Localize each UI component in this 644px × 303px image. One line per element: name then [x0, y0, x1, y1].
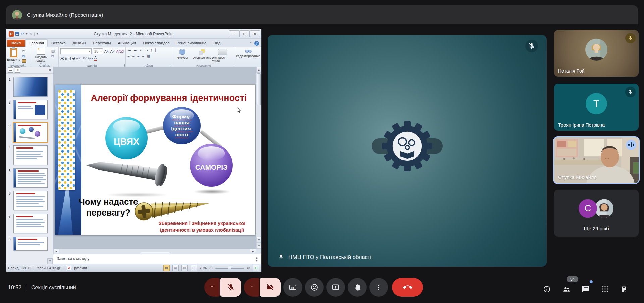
tab-design[interactable]: Дизайн: [69, 40, 89, 47]
panel-scroll-down-icon[interactable]: ▼: [47, 258, 53, 264]
horizontal-scrollbar[interactable]: ◄ ►: [53, 249, 256, 254]
tab-slideshow[interactable]: Показ слайдов: [140, 40, 173, 47]
save-icon[interactable]: [15, 32, 19, 36]
notes-scroll-icons[interactable]: ▲▼: [255, 256, 258, 262]
slide-sorter-icon[interactable]: ⊞: [172, 265, 179, 271]
tab-home[interactable]: Главная: [25, 39, 48, 47]
align-center-icon[interactable]: ≡: [132, 54, 135, 58]
tab-insert[interactable]: Вставка: [48, 40, 69, 47]
align-left-icon[interactable]: ≡: [127, 54, 129, 58]
shared-screen-powerpoint[interactable]: P ↶ ▾ ↻ | ▾ Ступка М. Ідентич. 2 - Micro…: [6, 29, 262, 272]
normal-view-icon[interactable]: ▤: [163, 265, 170, 271]
end-call-button[interactable]: [392, 278, 423, 297]
tab-review[interactable]: Рецензирование: [173, 40, 210, 47]
scroll-up-icon[interactable]: ▲: [256, 67, 261, 73]
undo-dropdown-icon[interactable]: ▾: [26, 32, 27, 35]
justify-icon[interactable]: ≡: [142, 54, 144, 58]
grow-font-icon[interactable]: A˄: [104, 50, 109, 53]
participant-tile-overflow[interactable]: С Ще 29 осіб: [554, 190, 639, 237]
chat-button[interactable]: [581, 284, 590, 294]
fit-to-window-icon[interactable]: ⊡: [253, 265, 259, 271]
tab-transitions[interactable]: Переходы: [89, 40, 114, 47]
new-slide-button[interactable]: Создать слайд▾: [32, 48, 50, 65]
activities-button[interactable]: [600, 284, 610, 294]
slide-canvas[interactable]: Алегорії формування ідентичності ЦВЯХ Фо…: [55, 85, 255, 235]
slide-thumbnail-2[interactable]: 2: [13, 100, 48, 119]
slide-thumbnail-4[interactable]: 4: [13, 145, 48, 165]
paste-button[interactable]: Вставить▾: [7, 48, 20, 64]
text-shadow-icon[interactable]: abc: [76, 57, 81, 60]
bullets-icon[interactable]: ≔: [127, 48, 131, 52]
clear-formatting-icon[interactable]: A⌫: [116, 50, 124, 53]
slide-thumbnail-6[interactable]: 6: [13, 191, 48, 210]
previous-slide-icon[interactable]: ≪: [256, 237, 261, 243]
slide-thumbnail-3-selected[interactable]: 3: [13, 123, 48, 142]
present-button[interactable]: [326, 278, 345, 297]
scroll-right-icon[interactable]: ►: [250, 249, 256, 254]
undo-icon[interactable]: ↶: [21, 32, 24, 36]
minimize-button[interactable]: –: [229, 30, 239, 37]
shapes-button[interactable]: Фигуры: [173, 49, 193, 63]
slides-tab-icon[interactable]: ▬: [8, 67, 13, 73]
outline-tab-icon[interactable]: ≣: [15, 67, 20, 73]
numbering-icon[interactable]: ≕: [133, 48, 137, 52]
mic-options-button[interactable]: ⌃: [204, 278, 220, 297]
quick-styles-button[interactable]: Экспресс-стили: [212, 49, 234, 63]
copy-icon[interactable]: ⧉: [22, 54, 26, 58]
slide-layout-icon[interactable]: ▤: [51, 49, 55, 53]
slide-thumbnail-5[interactable]: 5: [13, 168, 48, 188]
font-color-icon[interactable]: А: [94, 56, 97, 61]
cut-icon[interactable]: ✂: [22, 49, 26, 53]
ppt-titlebar[interactable]: P ↶ ▾ ↻ | ▾ Ступка М. Ідентич. 2 - Micro…: [6, 29, 261, 39]
reactions-button[interactable]: [305, 278, 324, 297]
change-case-icon[interactable]: Aa▾: [88, 57, 93, 60]
minimize-ribbon-icon[interactable]: ⌃: [249, 42, 252, 45]
tab-file[interactable]: Файл: [7, 40, 25, 47]
zoom-in-icon[interactable]: ⊕: [247, 266, 250, 270]
slide-thumbnail-1[interactable]: 1: [13, 77, 48, 97]
reading-view-icon[interactable]: ▥: [181, 265, 188, 271]
italic-icon[interactable]: К: [65, 57, 67, 60]
underline-icon[interactable]: Ч: [69, 57, 71, 60]
panel-close-icon[interactable]: ✕: [48, 68, 51, 72]
qat-customize-icon[interactable]: ▾: [37, 32, 38, 35]
tab-animations[interactable]: Анимация: [114, 40, 139, 47]
strikethrough-icon[interactable]: S: [72, 57, 75, 60]
shrink-font-icon[interactable]: A˅: [110, 50, 115, 53]
participant-tile-stupka-video[interactable]: Ступка Михайло: [553, 136, 640, 184]
char-spacing-icon[interactable]: AV: [83, 57, 86, 60]
show-participants-button[interactable]: [561, 284, 571, 294]
more-options-button[interactable]: [369, 278, 388, 297]
zoom-out-icon[interactable]: ⊖: [209, 266, 213, 270]
maximize-button[interactable]: ▢: [239, 30, 250, 37]
spellcheck-icon[interactable]: ✗: [67, 266, 71, 270]
raise-hand-button[interactable]: [348, 278, 367, 297]
camera-options-button[interactable]: ⌃: [244, 278, 259, 297]
participant-tile-troyan[interactable]: Т Троян Ірина Петрівна: [554, 84, 639, 131]
align-right-icon[interactable]: ≡: [137, 54, 139, 58]
close-button[interactable]: ✕: [250, 30, 260, 37]
format-painter-icon[interactable]: [22, 59, 26, 63]
vertical-scrollbar[interactable]: ▲ ≪ ≫: [256, 67, 261, 249]
redo-icon[interactable]: ↻: [29, 32, 32, 36]
next-slide-icon[interactable]: ≫: [256, 243, 261, 249]
scroll-left-icon[interactable]: ◄: [53, 249, 59, 254]
host-controls-button[interactable]: [619, 284, 629, 294]
line-spacing-icon[interactable]: ↕: [151, 48, 153, 52]
bold-icon[interactable]: Ж: [60, 57, 64, 60]
font-name-combobox[interactable]: ▾: [60, 48, 92, 54]
main-pinned-tile[interactable]: НМЦ ПТО у Полтавській області: [268, 35, 547, 267]
decrease-indent-icon[interactable]: ⇤: [140, 48, 143, 52]
camera-toggle-button[interactable]: [260, 278, 281, 297]
participant-tile-nataliya[interactable]: Наталія Рой: [554, 30, 639, 77]
tab-view[interactable]: Вид: [210, 40, 224, 47]
captions-button[interactable]: cc: [283, 278, 302, 297]
arrange-button[interactable]: Упорядочить: [192, 49, 212, 63]
reset-slide-icon[interactable]: ⧉: [51, 54, 55, 58]
text-direction-icon[interactable]: ∥: [155, 48, 157, 52]
scrollbar-thumb[interactable]: [257, 73, 261, 105]
ppt-quick-access-toolbar[interactable]: ↶ ▾ ↻ | ▾: [15, 32, 38, 36]
increase-indent-icon[interactable]: ⇥: [145, 48, 148, 52]
slide-thumbnail-8[interactable]: 8: [13, 237, 48, 251]
notes-pane[interactable]: Заметки к слайду ▲▼: [53, 254, 261, 264]
